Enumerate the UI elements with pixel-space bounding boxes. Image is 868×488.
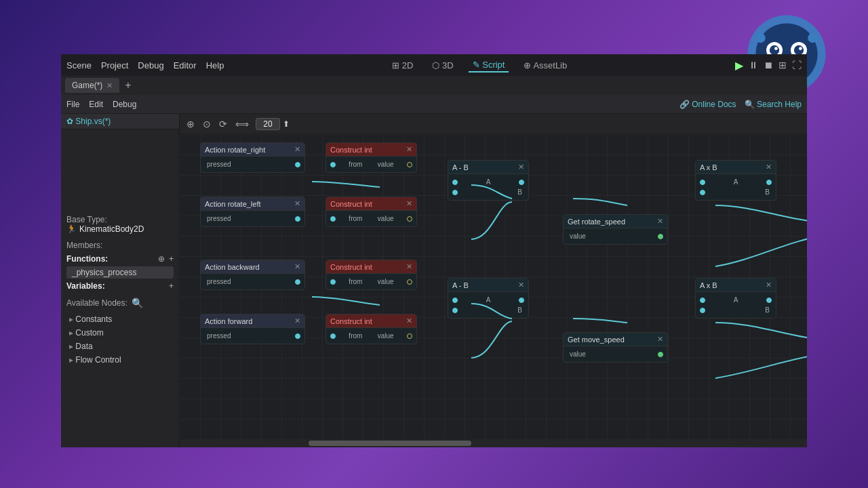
node-a-times-b-2[interactable]: A x B ✕ A B [695,278,776,319]
node-action-rotate-right[interactable]: Action rotate_right ✕ pressed [200,142,305,173]
mode-script[interactable]: ✎ Script [469,58,509,73]
variables-label: Variables: [66,281,105,291]
port-b-in [700,190,705,195]
node-close[interactable]: ✕ [406,199,412,208]
zoom-step-icon[interactable]: ⬆ [283,119,290,129]
node-close[interactable]: ✕ [518,281,524,289]
copy-icon[interactable]: ⊕ [158,254,165,264]
category-data[interactable]: Data [61,340,179,353]
node-title: Get move_speed [568,336,625,344]
pause-button[interactable]: ⏸ [749,60,758,70]
port-b-in [452,190,458,195]
port-a-in [452,180,458,185]
search-nodes-icon[interactable]: 🔍 [132,298,143,308]
menu-file[interactable]: File [66,100,79,109]
title-bar: Scene Project Debug Editor Help ⊞ 2D ⬡ 3… [61,54,807,76]
category-constants[interactable]: Constants [61,312,179,326]
add-function-icon[interactable]: + [169,254,174,264]
tab-label: Game(*) [72,81,102,90]
node-close[interactable]: ✕ [406,262,412,271]
node-construct-int-1[interactable]: Construct int ✕ from value [326,142,417,173]
menu-edit[interactable]: Edit [89,100,103,109]
stop-button[interactable]: ⏹ [764,60,773,70]
node-title: Action rotate_left [205,200,261,208]
app-window: Scene Project Debug Editor Help ⊞ 2D ⬡ 3… [61,54,807,447]
node-close[interactable]: ✕ [294,317,300,325]
canvas-btn-3[interactable]: ⟳ [218,117,229,131]
menu-project[interactable]: Project [101,60,128,70]
tab-game[interactable]: Game(*) ✕ [65,78,119,93]
node-construct-int-3[interactable]: Construct int ✕ from value [326,260,417,290]
node-close[interactable]: ✕ [294,199,300,208]
port-pressed-label: pressed [207,161,231,168]
base-type-label: Base Type: [66,215,174,224]
node-close[interactable]: ✕ [294,262,300,271]
search-help-link[interactable]: 🔍 Search Help [745,100,802,109]
script-canvas[interactable]: ⊕ ⊙ ⟳ ⟺ ⬆ [180,114,807,447]
canvas-btn-2[interactable]: ⊙ [201,117,212,131]
add-variable-icon[interactable]: + [169,281,174,291]
online-docs-link[interactable]: 🔗 Online Docs [679,100,736,109]
tab-add-button[interactable]: + [122,79,134,92]
port-pressed-out [295,333,300,339]
menu-help[interactable]: Help [206,60,224,70]
node-close[interactable]: ✕ [657,217,663,226]
functions-label: Functions: [66,254,108,264]
node-close[interactable]: ✕ [518,163,524,171]
mode-assetlib[interactable]: ⊕ AssetLib [519,59,571,72]
menu-bar: Scene Project Debug Editor Help [66,60,224,70]
fullscreen-icon[interactable]: ⛶ [792,60,802,70]
mode-3d[interactable]: ⬡ 3D [428,59,457,72]
canvas-toolbar: ⊕ ⊙ ⟳ ⟺ ⬆ [180,114,807,134]
port-a-in [700,180,705,185]
port-value-label: value [378,161,394,168]
node-construct-int-4[interactable]: Construct int ✕ from value [326,314,417,344]
menu-scene[interactable]: Scene [66,60,92,70]
node-close[interactable]: ✕ [657,335,663,344]
horizontal-scrollbar[interactable] [180,439,807,447]
port-from-in [330,333,336,339]
node-close[interactable]: ✕ [406,317,412,325]
node-title: A x B [700,163,717,171]
node-get-move-speed[interactable]: Get move_speed ✕ value [563,332,668,363]
port-value-out [658,352,663,357]
function-item-physics[interactable]: _physics_process [66,266,174,279]
node-title: Action rotate_right [205,146,265,154]
canvas-btn-1[interactable]: ⊕ [185,117,196,131]
port-from-label: from [349,215,362,222]
node-close[interactable]: ✕ [406,145,412,154]
node-title: Action forward [205,317,252,325]
node-action-backward[interactable]: Action backward ✕ pressed [200,260,305,290]
play-button[interactable]: ▶ [735,59,743,72]
scrollbar-thumb[interactable] [309,441,471,446]
menu-debug[interactable]: Debug [138,60,163,70]
node-close[interactable]: ✕ [766,163,772,171]
node-title: Construct int [330,263,372,271]
tab-close[interactable]: ✕ [106,81,113,90]
node-category-list: Constants Custom Data Flow Control [61,311,179,368]
menu-debug-editor[interactable]: Debug [113,100,136,109]
port-value-label: value [378,278,394,285]
node-get-rotate-speed[interactable]: Get rotate_speed ✕ value [563,214,668,245]
node-a-minus-b-2[interactable]: A - B ✕ A B [448,278,529,319]
port-b-in [452,308,458,313]
node-action-forward[interactable]: Action forward ✕ pressed [200,314,305,344]
category-flow-control[interactable]: Flow Control [61,353,179,367]
zoom-control: ⬆ [256,118,290,130]
canvas-btn-4[interactable]: ⟺ [234,117,250,131]
node-close[interactable]: ✕ [294,145,300,154]
menu-editor[interactable]: Editor [174,60,197,70]
port-pressed-out [295,279,300,285]
mode-2d[interactable]: ⊞ 2D [388,59,417,72]
node-action-rotate-left[interactable]: Action rotate_left ✕ pressed [200,197,305,227]
zoom-input[interactable] [256,118,280,130]
node-construct-int-2[interactable]: Construct int ✕ from value [326,197,417,227]
node-title: A - B [452,163,469,171]
node-a-times-b-1[interactable]: A x B ✕ A B [695,160,776,201]
node-title: A x B [700,281,717,289]
layout-icon[interactable]: ⊞ [778,60,787,70]
category-custom[interactable]: Custom [61,326,179,340]
node-a-minus-b-1[interactable]: A - B ✕ A B [448,160,529,201]
node-close[interactable]: ✕ [766,281,772,289]
members-label: Members: [66,241,174,250]
